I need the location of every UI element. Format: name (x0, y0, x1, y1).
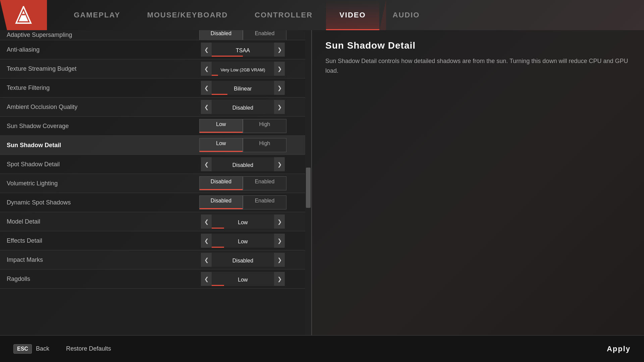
row-model-detail: Model Detail ❮ Low ❯ (0, 212, 311, 231)
control-ambient-occlusion: ❮ Disabled ❯ (181, 98, 305, 116)
svg-rect-2 (22, 14, 25, 15)
nav-tabs: GAMEPLAY MOUSE/KEYBOARD CONTROLLER VIDEO… (60, 0, 433, 30)
value-spot-shadow: Disabled (212, 157, 274, 171)
restore-defaults-button[interactable]: Restore Defaults (66, 345, 111, 352)
tab-mouse-keyboard[interactable]: MOUSE/KEYBOARD (134, 0, 241, 30)
main-content: Adaptive Supersampling Disabled Enabled … (0, 30, 644, 335)
logo-area (0, 0, 47, 30)
restore-label: Restore Defaults (66, 345, 111, 352)
row-texture-streaming: Texture Streaming Budget ❮ Very Low (2GB… (0, 59, 311, 78)
value-ragdolls: Low (212, 272, 274, 286)
value-texture-streaming: Very Low (2GB VRAM) (212, 62, 274, 76)
toggle-disabled-dynamic[interactable]: Disabled (199, 195, 243, 209)
arrow-right-spot-shadow[interactable]: ❯ (274, 157, 285, 171)
row-sun-shadow-detail: Sun Shadow Detail Low High (0, 136, 311, 155)
control-sun-shadow-detail: Low High (181, 136, 305, 155)
control-volumetric-lighting: Disabled Enabled (181, 174, 305, 193)
info-panel: Sun Shadow Detail Sun Shadow Detail cont… (312, 30, 644, 335)
control-effects-detail: ❮ Low ❯ (181, 231, 305, 250)
arrow-left-impact-marks[interactable]: ❮ (201, 253, 212, 267)
row-ragdolls: Ragdolls ❮ Low ❯ (0, 269, 311, 289)
tab-gameplay[interactable]: GAMEPLAY (60, 0, 134, 30)
label-ragdolls: Ragdolls (7, 276, 181, 283)
partial-control: Disabled Enabled (181, 30, 305, 40)
toggle-high-coverage[interactable]: High (243, 119, 286, 133)
row-volumetric-lighting: Volumetric Lighting Disabled Enabled (0, 174, 311, 193)
arrow-left-ragdolls[interactable]: ❮ (201, 272, 212, 286)
toggle-disabled-volumetric[interactable]: Disabled (199, 176, 243, 190)
control-ragdolls: ❮ Low ❯ (181, 269, 305, 288)
label-effects-detail: Effects Detail (7, 237, 181, 244)
apply-button[interactable]: Apply (607, 345, 631, 353)
arrow-left-texture-streaming[interactable]: ❮ (201, 62, 212, 76)
arrow-left-ambient-occlusion[interactable]: ❮ (201, 100, 212, 114)
value-ambient-occlusion: Disabled (212, 100, 274, 114)
scrollbar[interactable] (305, 30, 311, 335)
control-texture-streaming: ❮ Very Low (2GB VRAM) ❯ (181, 59, 305, 78)
row-texture-filtering: Texture Filtering ❮ Bilinear ❯ (0, 78, 311, 98)
arrow-right-impact-marks[interactable]: ❯ (274, 253, 285, 267)
arrow-right-texture-streaming[interactable]: ❯ (274, 62, 285, 76)
info-title: Sun Shadow Detail (325, 40, 631, 51)
arrow-right-effects-detail[interactable]: ❯ (274, 234, 285, 248)
settings-panel: Adaptive Supersampling Disabled Enabled … (0, 30, 312, 335)
top-navigation: GAMEPLAY MOUSE/KEYBOARD CONTROLLER VIDEO… (0, 0, 644, 30)
partial-toggle-btn2[interactable]: Enabled (243, 30, 286, 40)
arrow-left-model-detail[interactable]: ❮ (201, 215, 212, 229)
label-texture-filtering: Texture Filtering (7, 84, 181, 92)
tab-video[interactable]: VIDEO (326, 0, 379, 30)
label-model-detail: Model Detail (7, 218, 181, 225)
partial-toggle-btn1[interactable]: Disabled (199, 30, 243, 40)
arrow-left-effects-detail[interactable]: ❮ (201, 234, 212, 248)
label-impact-marks: Impact Marks (7, 256, 181, 263)
control-anti-aliasing: ❮ TSAA ❯ (181, 40, 305, 59)
row-anti-aliasing: Anti-aliasing ❮ TSAA ❯ (0, 40, 311, 59)
tab-controller[interactable]: CONTROLLER (241, 0, 326, 30)
control-impact-marks: ❮ Disabled ❯ (181, 250, 305, 269)
back-label: Back (36, 345, 49, 352)
control-sun-shadow-coverage: Low High (181, 117, 305, 135)
toggle-enabled-dynamic[interactable]: Enabled (243, 195, 286, 209)
control-texture-filtering: ❮ Bilinear ❯ (181, 78, 305, 97)
row-dynamic-spot-shadows: Dynamic Spot Shadows Disabled Enabled (0, 193, 311, 212)
toggle-low-coverage[interactable]: Low (199, 119, 243, 133)
esc-key: ESC (13, 344, 32, 354)
label-ambient-occlusion: Ambient Occlusion Quality (7, 104, 181, 111)
label-sun-shadow-detail: Sun Shadow Detail (7, 142, 181, 149)
value-effects-detail: Low (212, 234, 274, 248)
label-anti-aliasing: Anti-aliasing (7, 46, 181, 53)
value-impact-marks: Disabled (212, 253, 274, 267)
row-spot-shadow-detail: Spot Shadow Detail ❮ Disabled ❯ (0, 155, 311, 174)
toggle-high-detail[interactable]: High (243, 138, 286, 152)
label-sun-shadow-coverage: Sun Shadow Coverage (7, 123, 181, 130)
arrow-left-texture-filtering[interactable]: ❮ (201, 81, 212, 95)
arrow-right-ambient-occlusion[interactable]: ❯ (274, 100, 285, 114)
label-dynamic-spot-shadows: Dynamic Spot Shadows (7, 199, 181, 206)
control-model-detail: ❮ Low ❯ (181, 212, 305, 231)
control-spot-shadow-detail: ❮ Disabled ❯ (181, 155, 305, 174)
arrow-right-model-detail[interactable]: ❯ (274, 215, 285, 229)
label-texture-streaming: Texture Streaming Budget (7, 65, 181, 72)
bottom-bar: ESC Back Restore Defaults Apply (0, 335, 644, 362)
value-anti-aliasing: TSAA (212, 43, 274, 57)
row-sun-shadow-coverage: Sun Shadow Coverage Low High (0, 117, 311, 136)
value-model-detail: Low (212, 215, 274, 229)
scrollbar-thumb[interactable] (306, 168, 311, 208)
row-effects-detail: Effects Detail ❮ Low ❯ (0, 231, 311, 250)
arrow-right-texture-filtering[interactable]: ❯ (274, 81, 285, 95)
arrow-left-spot-shadow[interactable]: ❮ (201, 157, 212, 171)
toggle-enabled-volumetric[interactable]: Enabled (243, 176, 286, 190)
apex-logo (15, 6, 32, 24)
arrow-left-anti-aliasing[interactable]: ❮ (201, 43, 212, 57)
info-description: Sun Shadow Detail controls how detailed … (325, 56, 631, 76)
row-impact-marks: Impact Marks ❮ Disabled ❯ (0, 250, 311, 269)
arrow-right-anti-aliasing[interactable]: ❯ (274, 43, 285, 57)
back-button[interactable]: ESC Back (13, 344, 49, 354)
label-volumetric-lighting: Volumetric Lighting (7, 180, 181, 187)
label-spot-shadow-detail: Spot Shadow Detail (7, 161, 181, 168)
arrow-right-ragdolls[interactable]: ❯ (274, 272, 285, 286)
control-dynamic-spot-shadows: Disabled Enabled (181, 193, 305, 212)
tab-audio[interactable]: AUDIO (379, 0, 433, 30)
toggle-low-detail[interactable]: Low (199, 138, 243, 152)
svg-marker-1 (19, 11, 28, 21)
